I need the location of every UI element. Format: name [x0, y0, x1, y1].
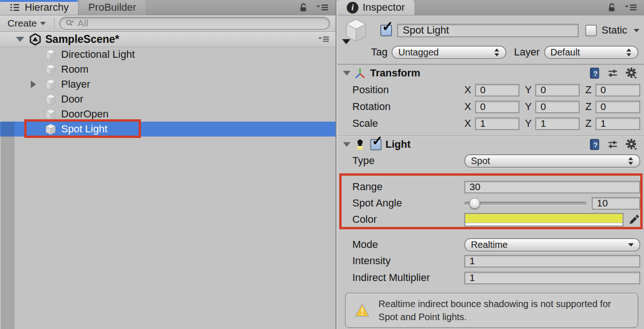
type-row: Type Spot	[337, 153, 644, 169]
spot-angle-field[interactable]: 10	[592, 197, 640, 210]
help-icon[interactable]: ?	[589, 67, 600, 79]
rotation-z-field[interactable]: 0	[595, 101, 640, 113]
scene-header-row[interactable]: SampleScene*	[0, 32, 336, 47]
tree-item-label: Room	[61, 63, 89, 75]
tree-item-directional-light[interactable]: Directional Light	[0, 47, 336, 62]
light-enabled-checkbox[interactable]: ✓	[371, 139, 382, 150]
mode-value: Realtime	[471, 240, 508, 250]
presets-icon[interactable]	[607, 68, 618, 79]
toolbar-divider	[54, 18, 55, 29]
presets-icon[interactable]	[607, 139, 618, 150]
gameobject-cube-icon	[45, 64, 56, 75]
static-dropdown-caret[interactable]	[634, 29, 639, 32]
position-y-field[interactable]: 0	[535, 84, 580, 96]
eyedropper-icon[interactable]	[628, 213, 640, 226]
foldout-icon[interactable]	[343, 71, 350, 75]
intensity-row: Intensity 1	[337, 253, 644, 269]
transform-header[interactable]: Transform ?	[337, 65, 644, 82]
lock-icon[interactable]	[606, 2, 617, 13]
tree-item-label: Directional Light	[61, 48, 135, 61]
mode-dropdown[interactable]: Realtime	[464, 238, 640, 252]
name-field[interactable]: Spot Light	[397, 24, 579, 37]
gameobject-cube-icon	[45, 109, 56, 120]
color-swatch[interactable]	[464, 213, 623, 226]
warning-text: Realtime indirect bounce shadowing is no…	[378, 297, 629, 323]
intensity-field[interactable]: 1	[464, 255, 640, 267]
light-component: ✓ Light ?	[337, 136, 644, 329]
slider-handle[interactable]	[469, 198, 480, 209]
range-field[interactable]: 30	[464, 181, 640, 193]
static-checkbox[interactable]	[585, 25, 597, 36]
transform-component: Transform ?	[337, 65, 644, 136]
tree-item-spot-light-selected[interactable]: Spot Light	[0, 122, 336, 137]
search-placeholder: All	[77, 18, 88, 29]
panel-menu-icon[interactable]	[624, 3, 637, 12]
tree-item-room[interactable]: Room	[0, 62, 336, 77]
rotation-row: Rotation X0 Y0 Z0	[337, 98, 644, 115]
layer-label: Layer	[514, 46, 539, 58]
lock-icon[interactable]	[298, 2, 308, 13]
spot-angle-slider[interactable]	[464, 202, 586, 205]
layer-dropdown[interactable]: Default	[544, 46, 638, 59]
search-icon	[65, 18, 75, 28]
gameobject-icon[interactable]	[344, 18, 368, 42]
warning-box: Realtime indirect bounce shadowing is no…	[345, 293, 638, 328]
tree-item-label: DoorOpen	[61, 108, 109, 120]
hierarchy-panel: Hierarchy ProBuilder	[0, 0, 336, 329]
position-label: Position	[352, 84, 464, 96]
transform-axes-icon	[354, 68, 366, 79]
rotation-y-field[interactable]: 0	[535, 101, 580, 113]
y-axis-label: Y	[525, 101, 532, 113]
indirect-multiplier-row: Indirect Multiplier 1	[337, 269, 644, 286]
tab-hierarchy-label: Hierarchy	[25, 1, 69, 14]
scale-x-field[interactable]: 1	[475, 117, 519, 130]
scene-menu-icon[interactable]	[318, 35, 330, 43]
gear-icon[interactable]	[625, 138, 637, 151]
foldout-icon[interactable]	[343, 142, 350, 147]
svg-text:?: ?	[593, 141, 597, 149]
tag-dropdown[interactable]: Untagged	[392, 46, 506, 59]
type-dropdown[interactable]: Spot	[464, 154, 640, 168]
expand-arrow-icon[interactable]	[31, 81, 36, 88]
position-z-field[interactable]: 0	[595, 84, 640, 96]
tree-item-door[interactable]: Door	[0, 92, 336, 107]
x-axis-label: X	[464, 117, 471, 130]
search-input[interactable]: All	[59, 17, 330, 30]
hierarchy-tab-controls	[298, 0, 336, 15]
position-row: Position X0 Y0 Z0	[337, 82, 644, 98]
light-title: Light	[385, 138, 411, 151]
spot-angle-label: Spot Angle	[352, 197, 464, 209]
scale-z-field[interactable]: 1	[595, 117, 640, 130]
tab-hierarchy[interactable]: Hierarchy	[0, 0, 78, 15]
mode-label: Mode	[352, 239, 464, 251]
tag-label: Tag	[371, 46, 387, 58]
hierarchy-tree: Directional Light Room Player	[0, 47, 336, 137]
active-checkbox[interactable]: ✓	[380, 25, 392, 36]
create-button[interactable]: Create	[4, 18, 49, 29]
icon-picker-caret	[342, 39, 350, 44]
tag-value: Untagged	[398, 47, 439, 58]
x-axis-label: X	[464, 84, 471, 96]
indirect-multiplier-field[interactable]: 1	[464, 272, 640, 284]
create-button-label: Create	[7, 18, 37, 29]
tree-item-player[interactable]: Player	[0, 77, 336, 92]
help-icon[interactable]: ?	[589, 138, 600, 151]
gameobject-cube-icon	[45, 94, 56, 105]
position-x-field[interactable]: 0	[475, 84, 519, 96]
gear-icon[interactable]	[625, 67, 637, 79]
tab-probuilder[interactable]: ProBuilder	[79, 0, 146, 15]
hierarchy-left-shade	[1, 122, 14, 329]
mode-row: Mode Realtime	[337, 237, 644, 253]
gameobject-header: ✓ Spot Light Static Tag Untagged	[337, 15, 644, 65]
rotation-x-field[interactable]: 0	[475, 101, 519, 113]
gameobject-cube-icon	[45, 123, 56, 135]
scale-y-field[interactable]: 1	[535, 117, 580, 130]
panel-menu-icon[interactable]	[316, 3, 329, 12]
gameobject-cube-icon	[45, 49, 56, 61]
light-header[interactable]: ✓ Light ?	[337, 136, 644, 153]
dropdown-caret-icon	[628, 243, 634, 247]
z-axis-label: Z	[585, 101, 591, 113]
tree-item-dooropen[interactable]: DoorOpen	[0, 107, 336, 122]
scene-foldout-icon[interactable]	[16, 37, 24, 42]
tab-inspector[interactable]: i Inspector	[337, 0, 414, 15]
